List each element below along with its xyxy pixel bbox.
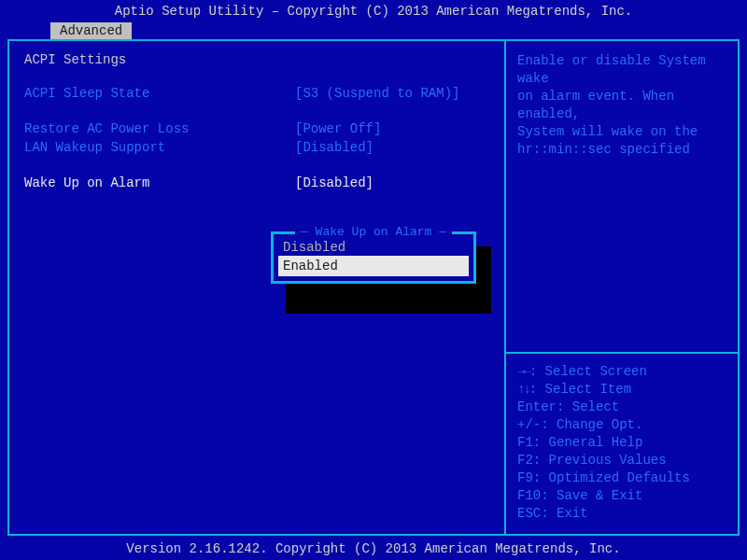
help-line: System will wake on the [517, 123, 726, 141]
popup-option-disabled[interactable]: Disabled [279, 238, 468, 257]
hint-f2: F2: Previous Values [517, 452, 726, 469]
help-text: Enable or disable System wake on alarm e… [517, 52, 726, 352]
help-line: on alarm event. When enabled, [517, 88, 726, 123]
setting-label: Restore AC Power Loss [24, 119, 295, 138]
popup-title: — Wake Up on Alarm — [295, 225, 452, 239]
setting-label: ACPI Sleep State [24, 84, 295, 103]
help-line: hr::min::sec specified [517, 141, 726, 159]
popup-wake-up-on-alarm: — Wake Up on Alarm — Disabled Enabled [271, 231, 476, 284]
hint-select-item: : Select Item [517, 381, 726, 399]
help-pane: Enable or disable System wake on alarm e… [504, 41, 738, 534]
tab-row: Advanced [50, 22, 132, 39]
setting-acpi-sleep-state[interactable]: ACPI Sleep State [S3 (Suspend to RAM)] [24, 84, 489, 103]
setting-lan-wakeup-support[interactable]: LAN Wakeup Support [Disabled] [24, 138, 489, 157]
arrows-left-right-icon [517, 364, 529, 379]
tab-advanced[interactable]: Advanced [50, 22, 132, 39]
setting-restore-ac-power-loss[interactable]: Restore AC Power Loss [Power Off] [24, 119, 489, 138]
setting-value: [Disabled] [295, 174, 374, 192]
hint-f10: F10: Save & Exit [517, 487, 726, 505]
setting-value: [Power Off] [295, 119, 381, 138]
help-line: Enable or disable System wake [517, 52, 726, 88]
setting-wake-up-on-alarm[interactable]: Wake Up on Alarm [Disabled] [24, 174, 489, 192]
footer-version: Version 2.16.1242. Copyright (C) 2013 Am… [0, 541, 747, 556]
key-hints: : Select Screen : Select Item Enter: Sel… [517, 363, 726, 523]
hint-select-screen: : Select Screen [517, 363, 726, 381]
setting-label: LAN Wakeup Support [24, 138, 295, 157]
title-bar: Aptio Setup Utility – Copyright (C) 2013… [0, 0, 747, 22]
hint-enter: Enter: Select [517, 399, 726, 416]
arrows-up-down-icon [517, 382, 529, 397]
setting-value: [S3 (Suspend to RAM)] [295, 84, 459, 103]
hint-change-opt: +/-: Change Opt. [517, 416, 726, 434]
help-divider [506, 352, 738, 354]
setting-value: [Disabled] [295, 138, 374, 157]
setting-label: Wake Up on Alarm [24, 174, 295, 192]
popup-option-enabled[interactable]: Enabled [279, 257, 468, 275]
hint-f1: F1: General Help [517, 434, 726, 452]
hint-esc: ESC: Exit [517, 505, 726, 523]
group-title: ACPI Settings [24, 52, 489, 67]
hint-f9: F9: Optimized Defaults [517, 469, 726, 487]
